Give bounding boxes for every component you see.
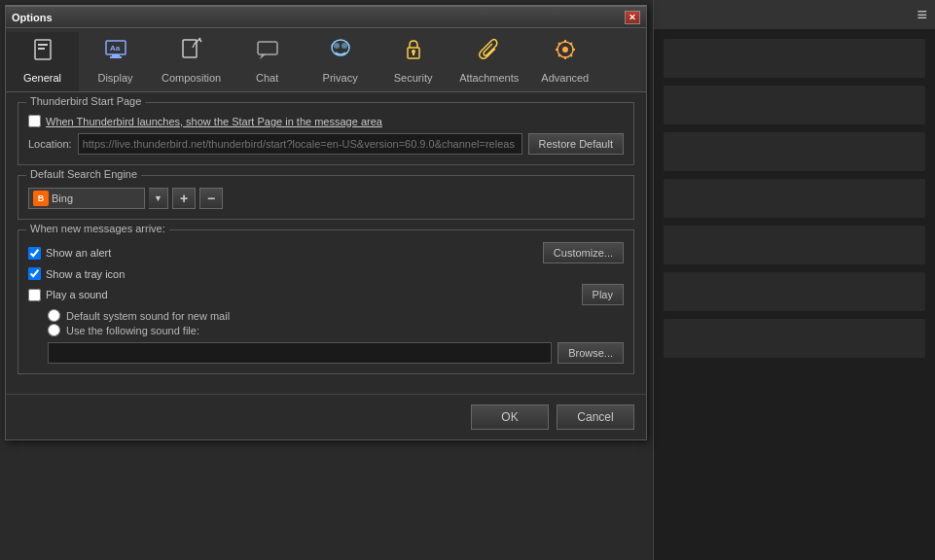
right-panel-item xyxy=(664,86,925,124)
svg-text:Aa: Aa xyxy=(110,44,121,52)
right-panel-item xyxy=(664,39,925,78)
tab-display[interactable]: Aa Display xyxy=(79,32,152,91)
dialog-footer: OK Cancel xyxy=(6,394,646,439)
show-alert-label[interactable]: Show an alert xyxy=(46,247,111,259)
show-tray-row: Show a tray icon xyxy=(28,267,624,280)
engine-select-container[interactable]: B Bing xyxy=(28,188,145,209)
custom-sound-radio[interactable] xyxy=(48,324,60,336)
start-page-group: Thunderbird Start Page When Thunderbird … xyxy=(18,102,634,165)
close-button[interactable]: ✕ xyxy=(625,11,640,24)
dialog-title: Options xyxy=(12,12,53,23)
tab-general[interactable]: General xyxy=(6,32,79,91)
ok-button[interactable]: OK xyxy=(471,404,549,430)
svg-rect-1 xyxy=(38,44,48,46)
bing-icon: B xyxy=(33,191,49,206)
browse-button[interactable]: Browse... xyxy=(557,342,624,364)
tab-security-label: Security xyxy=(394,72,433,84)
svg-rect-7 xyxy=(183,40,197,57)
custom-sound-row: Use the following sound file: xyxy=(48,324,624,336)
svg-point-20 xyxy=(562,47,568,52)
dialog-overlay: Options ✕ General xyxy=(0,0,652,560)
sound-file-input[interactable] xyxy=(48,342,552,364)
search-engine-content: B Bing ▼ + − xyxy=(28,188,624,209)
general-icon xyxy=(29,36,56,69)
tab-display-label: Display xyxy=(97,72,132,84)
tab-chat[interactable]: Chat xyxy=(231,32,304,91)
play-sound-label[interactable]: Play a sound xyxy=(46,289,108,300)
start-page-checkbox-label[interactable]: When Thunderbird launches, show the Star… xyxy=(46,116,382,127)
start-page-legend: Thunderbird Start Page xyxy=(26,95,145,107)
start-page-checkbox[interactable] xyxy=(28,115,41,127)
svg-line-9 xyxy=(199,39,201,42)
customize-button[interactable]: Customize... xyxy=(543,242,624,263)
display-icon: Aa xyxy=(102,36,129,69)
cancel-button[interactable]: Cancel xyxy=(557,404,634,430)
right-panel: ≡ xyxy=(653,0,935,560)
play-button[interactable]: Play xyxy=(582,284,624,305)
svg-rect-5 xyxy=(110,56,122,58)
custom-sound-label[interactable]: Use the following sound file: xyxy=(66,325,199,336)
show-alert-checkbox[interactable] xyxy=(28,247,41,260)
default-sound-row: Default system sound for new mail xyxy=(48,309,624,322)
tab-privacy[interactable]: Privacy xyxy=(304,32,377,91)
show-tray-label[interactable]: Show a tray icon xyxy=(46,268,125,280)
new-messages-content: Show an alert Customize... Show a tray i… xyxy=(28,242,624,364)
svg-rect-4 xyxy=(112,54,120,56)
svg-line-28 xyxy=(558,54,560,56)
advanced-icon xyxy=(552,36,579,69)
right-panel-item xyxy=(664,132,925,171)
svg-line-26 xyxy=(570,54,572,56)
show-alert-left: Show an alert xyxy=(28,247,111,260)
tab-composition-label: Composition xyxy=(162,72,221,84)
tab-security[interactable]: Security xyxy=(377,32,450,91)
tab-chat-label: Chat xyxy=(256,72,278,84)
right-panel-item xyxy=(664,226,925,264)
tab-advanced-label: Advanced xyxy=(541,72,589,84)
search-engine-group: Default Search Engine B Bing ▼ + − xyxy=(18,175,634,220)
dialog-content: Thunderbird Start Page When Thunderbird … xyxy=(6,92,646,394)
svg-rect-2 xyxy=(38,48,45,50)
location-input[interactable] xyxy=(78,133,522,155)
svg-rect-11 xyxy=(258,42,277,54)
remove-engine-button[interactable]: − xyxy=(199,188,223,209)
tab-advanced[interactable]: Advanced xyxy=(528,32,601,91)
attachments-icon xyxy=(476,36,503,69)
svg-line-10 xyxy=(193,44,195,48)
tab-attachments-label: Attachments xyxy=(459,72,519,84)
play-sound-row: Play a sound Play xyxy=(28,284,624,305)
start-page-content: When Thunderbird launches, show the Star… xyxy=(28,115,624,155)
security-icon xyxy=(400,36,427,69)
start-page-checkbox-row: When Thunderbird launches, show the Star… xyxy=(28,115,624,127)
search-engine-legend: Default Search Engine xyxy=(26,168,141,180)
restore-default-button[interactable]: Restore Default xyxy=(528,133,624,155)
right-panel-item xyxy=(664,179,925,218)
default-sound-radio[interactable] xyxy=(48,309,60,322)
svg-line-8 xyxy=(195,38,200,44)
chat-icon xyxy=(254,36,281,69)
default-sound-label[interactable]: Default system sound for new mail xyxy=(66,310,230,322)
play-sound-checkbox[interactable] xyxy=(28,289,41,301)
svg-point-15 xyxy=(342,43,347,49)
tab-privacy-label: Privacy xyxy=(323,72,358,84)
svg-point-13 xyxy=(332,40,349,55)
options-dialog: Options ✕ General xyxy=(5,5,647,440)
location-label: Location: xyxy=(28,138,72,150)
show-tray-left: Show a tray icon xyxy=(28,267,125,280)
sound-file-row: Browse... xyxy=(48,342,624,364)
tab-attachments[interactable]: Attachments xyxy=(450,32,528,91)
hamburger-icon[interactable]: ≡ xyxy=(917,5,927,25)
engine-dropdown-arrow[interactable]: ▼ xyxy=(149,188,168,209)
engine-name: Bing xyxy=(52,192,73,204)
tab-composition[interactable]: Composition xyxy=(152,32,231,91)
add-engine-button[interactable]: + xyxy=(172,188,196,209)
svg-line-27 xyxy=(570,43,572,45)
tab-general-label: General xyxy=(23,72,61,84)
show-alert-row: Show an alert Customize... xyxy=(28,242,624,263)
new-messages-legend: When new messages arrive: xyxy=(26,223,169,234)
toolbar: General Aa Display xyxy=(6,28,646,92)
composition-icon xyxy=(178,36,205,69)
desktop: ≡ Options ✕ xyxy=(0,0,935,560)
dialog-titlebar: Options ✕ xyxy=(6,7,646,28)
show-tray-checkbox[interactable] xyxy=(28,267,41,280)
svg-rect-18 xyxy=(413,52,414,55)
